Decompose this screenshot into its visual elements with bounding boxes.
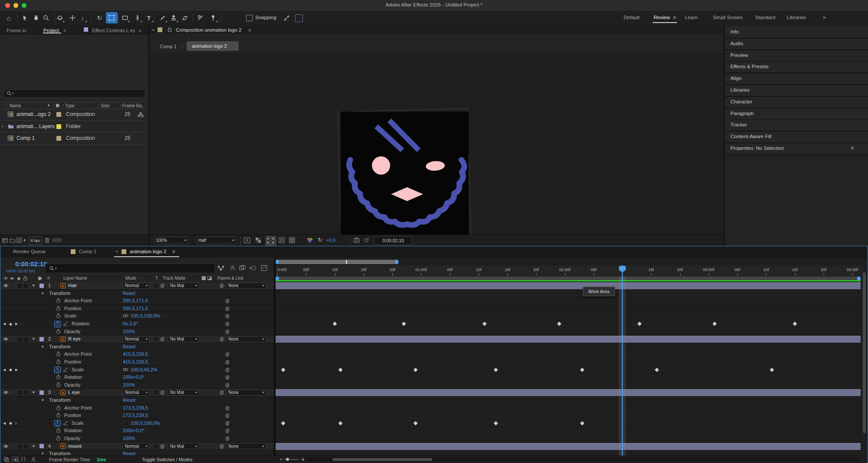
column-type[interactable]: Type	[65, 103, 75, 108]
property-label[interactable]: Rotation	[72, 321, 89, 326]
property-label[interactable]: Position	[64, 359, 81, 364]
property-row-l-eye-scale[interactable]: ◀◆▶Scale100,0,100,0%@	[0, 420, 274, 427]
workspace-review[interactable]: Review	[654, 15, 670, 20]
workspaces-overflow-icon[interactable]: »	[823, 14, 826, 20]
property-row-r-eye-opacity[interactable]: Opacity100%@	[0, 381, 274, 389]
stopwatch-icon[interactable]	[56, 359, 61, 364]
sidebar-panel-info[interactable]: Info	[725, 27, 868, 39]
layer-name[interactable]: R eye	[68, 336, 81, 341]
preserve-transparency-toggle[interactable]	[153, 337, 158, 342]
transform-group-r-eye[interactable]: ▾TransformReset	[0, 343, 274, 351]
layer-label-swatch[interactable]	[39, 337, 44, 341]
resolution-dropdown[interactable]: Half▾	[196, 237, 236, 244]
column-layer-name[interactable]: Layer Name	[63, 276, 87, 281]
keyframe[interactable]	[339, 422, 342, 425]
zoom-tool[interactable]	[40, 12, 52, 23]
unlock-icon[interactable]	[168, 27, 172, 32]
collapse-chevron-icon[interactable]: ▾	[33, 444, 35, 448]
roto-brush-tool[interactable]	[195, 12, 206, 23]
property-row-l-eye-opacity[interactable]: Opacity100%@	[0, 435, 274, 443]
panel-menu-icon[interactable]: ≡	[63, 28, 66, 33]
mini-flowchart-icon[interactable]	[217, 265, 224, 271]
column-name[interactable]: Name	[10, 103, 21, 108]
property-value[interactable]: 295,5,171,5	[123, 298, 148, 303]
previous-keyframe-icon[interactable]: ◀	[3, 421, 6, 425]
layer-duration-bar-hair[interactable]	[276, 282, 861, 289]
sidebar-panel-align[interactable]: Align	[725, 73, 868, 85]
audio-toggle[interactable]	[17, 390, 23, 396]
property-pickwhip-icon[interactable]: @	[225, 367, 230, 372]
comp-panel-menu-icon[interactable]: ≡	[248, 27, 251, 33]
preserve-transparency-toggle[interactable]	[153, 283, 158, 288]
asset-label-swatch[interactable]	[56, 112, 61, 117]
property-label[interactable]: Anchor Point	[64, 405, 92, 410]
next-keyframe-icon[interactable]: ▶	[15, 322, 18, 326]
blend-mode-dropdown[interactable]: Normal▾	[123, 443, 150, 449]
playhead-line[interactable]	[622, 265, 623, 456]
layer-name[interactable]: L eye	[68, 390, 80, 395]
property-pickwhip-icon[interactable]: @	[225, 413, 230, 418]
project-search-input[interactable]: ▾	[3, 89, 145, 98]
property-value[interactable]: 100%	[123, 329, 135, 334]
new-composition-icon[interactable]	[16, 238, 22, 243]
dolly-camera-tool[interactable]: ↕	[77, 12, 88, 23]
graph-toggle-icon[interactable]	[63, 321, 68, 326]
transparency-grid-icon[interactable]	[255, 237, 261, 243]
project-row-comp-1[interactable]: Comp 1Composition25	[0, 132, 148, 145]
property-value[interactable]: 173,5,239,5	[123, 405, 148, 410]
horizontal-scrollbar[interactable]	[307, 458, 860, 461]
timeline-search-input[interactable]: ▾	[45, 264, 215, 273]
home-tool[interactable]: ⌂	[3, 12, 14, 23]
solo-toggle[interactable]	[23, 283, 29, 289]
property-label[interactable]: Anchor Point	[64, 351, 92, 357]
keyframe[interactable]	[333, 322, 336, 325]
property-label[interactable]: Position	[64, 306, 81, 311]
stopwatch-icon[interactable]	[54, 367, 61, 373]
keyframe[interactable]	[402, 322, 405, 325]
property-pickwhip-icon[interactable]: @	[225, 298, 230, 303]
brush-tool[interactable]	[157, 12, 168, 23]
transform-group-label[interactable]: Transform	[49, 291, 71, 296]
pen-tool[interactable]	[132, 12, 143, 23]
column-mode[interactable]: Mode	[125, 276, 136, 281]
navigator-bar[interactable]	[276, 260, 398, 264]
track-matte-pickwhip-icon[interactable]: @	[160, 336, 164, 341]
transform-group-label[interactable]: Transform	[49, 397, 71, 403]
navigator-start-handle[interactable]	[276, 260, 279, 264]
transform-reset-button[interactable]: Reset	[123, 291, 135, 296]
column-t[interactable]: T	[155, 276, 158, 281]
sidebar-panel-effects-presets[interactable]: Effects & Presets	[725, 62, 868, 73]
expand-layer-switches-icon[interactable]	[4, 457, 9, 462]
parent-pickwhip-icon[interactable]: @	[220, 336, 224, 341]
workspace-menu-icon[interactable]: ≡	[673, 15, 676, 20]
keyframe[interactable]	[414, 368, 417, 371]
eye-icon[interactable]	[3, 444, 9, 448]
vertical-scrollbar[interactable]	[862, 265, 866, 456]
property-label[interactable]: Opacity	[64, 329, 80, 334]
property-row-hair-rotation[interactable]: ◀◆▶Rotation0x-2,6°@	[0, 320, 274, 328]
property-row-r-eye-anchor-point[interactable]: Anchor Point415,5,239,5@	[0, 351, 274, 358]
frame-blending-icon[interactable]	[239, 265, 246, 271]
keyframe[interactable]	[282, 368, 285, 371]
layer-bar-lane-mount[interactable]	[276, 443, 862, 450]
work-area-bar[interactable]	[276, 277, 861, 280]
property-value[interactable]: 415,5,239,5	[123, 359, 148, 364]
stopwatch-icon[interactable]	[56, 329, 61, 334]
workspace-libraries[interactable]: Libraries	[787, 15, 806, 20]
property-row-hair-opacity[interactable]: Opacity100%@	[0, 328, 274, 336]
sidebar-panel-content-aware-fill[interactable]: Content-Aware Fill	[725, 132, 868, 143]
track-matte-dropdown[interactable]: No Mat▾	[168, 443, 199, 449]
property-value[interactable]: 100x+0,0°	[123, 374, 145, 380]
previous-keyframe-icon[interactable]: ◀	[3, 322, 6, 326]
track-matte-dropdown[interactable]: No Mat▾	[168, 283, 199, 289]
previous-keyframe-icon[interactable]: ◀	[3, 368, 6, 372]
property-label[interactable]: Scale	[72, 420, 84, 426]
collapse-chevron-icon[interactable]: ▾	[42, 291, 44, 295]
eraser-tool[interactable]	[179, 12, 191, 23]
keyframe[interactable]	[282, 422, 285, 425]
stopwatch-icon[interactable]	[54, 321, 61, 327]
property-row-hair-position[interactable]: Position295,5,171,5@	[0, 305, 274, 313]
audio-toggle[interactable]	[17, 283, 23, 289]
snap-to-features-icon[interactable]	[295, 14, 303, 22]
rotation-tool[interactable]: ↻	[94, 12, 105, 23]
